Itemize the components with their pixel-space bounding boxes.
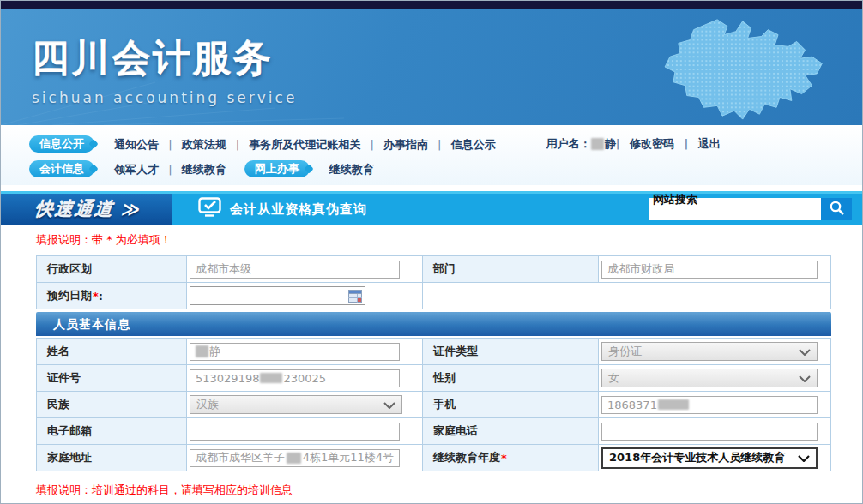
qualification-check-link[interactable]: 会计从业资格真伪查询 xyxy=(198,197,367,221)
username-visible: 静 xyxy=(605,136,616,152)
site-logo: 四川会计服务 sichuan accounting service xyxy=(32,33,297,106)
region-field-cell: 成都市本级 xyxy=(187,256,423,283)
gender-label: 性别 xyxy=(423,365,599,392)
appointment-date-input[interactable] xyxy=(190,286,365,305)
mobile-label: 手机 xyxy=(423,392,599,418)
department-field-cell: 成都市财政局 xyxy=(599,256,831,283)
nav-link[interactable]: 继续教育 xyxy=(329,163,374,176)
section-header-basic-info: 人员基本信息 xyxy=(36,312,831,336)
region-input: 成都市本级 xyxy=(190,261,400,279)
search-input[interactable]: 网站搜索 xyxy=(649,198,821,220)
ethnicity-select: 汉族 xyxy=(190,395,402,414)
page: 四川会计服务 sichuan accounting service 信息公开 通… xyxy=(0,0,863,504)
nav-links-row2a: 领军人才 | 继续教育 xyxy=(108,160,232,177)
nav-links-row1: 通知公告 | 政策法规 | 事务所及代理记账相关 | 办事指南 | 信息公示 xyxy=(108,135,502,153)
home-phone-input[interactable] xyxy=(601,423,818,441)
username-redacted xyxy=(591,138,604,150)
user-action-link[interactable]: 修改密码 xyxy=(630,137,674,150)
user-actions: | 修改密码 | 退出 xyxy=(616,136,727,152)
nav-row-2: 会计信息 领军人才 | 继续教育 网上办事 继续教育 xyxy=(29,159,862,178)
nav-row-1: 信息公开 通知公告 | 政策法规 | 事务所及代理记账相关 | 办事指南 | 信… xyxy=(29,135,862,153)
nav-links-row2b: 继续教育 xyxy=(323,160,380,177)
nav-badge-online-services[interactable]: 网上办事 xyxy=(244,160,310,177)
gap-bar xyxy=(1,185,862,191)
ce-year-label: 继续教育年度* xyxy=(423,445,599,471)
search-input-text: 网站搜索 xyxy=(653,192,697,207)
name-input: 静 xyxy=(190,343,400,361)
site-header: 四川会计服务 sichuan accounting service xyxy=(1,9,862,125)
top-dark-strip xyxy=(1,1,862,9)
monitor-check-icon xyxy=(198,197,221,221)
user-info: 用户名：静 | 修改密码 | 退出 xyxy=(546,136,727,152)
chevron-down-icon xyxy=(383,399,395,411)
quick-channel-block: 快速通道 ≫ xyxy=(1,194,172,225)
name-redacted xyxy=(196,345,208,357)
id-type-select: 身份证 xyxy=(601,342,818,361)
chevron-down-icon xyxy=(799,345,811,358)
id-number-label: 证件号 xyxy=(37,365,187,392)
bottom-fill-note: 填报说明：培训通过的科目，请填写相应的培训信息 xyxy=(36,482,854,499)
chevron-down-icon xyxy=(798,452,810,465)
nav-badge-info-disclosure[interactable]: 信息公开 xyxy=(29,135,94,153)
home-address-input: 成都市成华区羊子4栋1单元11楼4号 xyxy=(190,449,400,467)
separator: | xyxy=(165,163,176,176)
separator: | xyxy=(434,138,445,151)
form-content: 填报说明：带 * 为必填项！ 行政区划 成都市本级 部门 成都市财政局 预约日期… xyxy=(9,231,854,504)
home-phone-label: 家庭电话 xyxy=(423,418,599,445)
mobile-redacted xyxy=(658,399,689,410)
main-navigation: 信息公开 通知公告 | 政策法规 | 事务所及代理记账相关 | 办事指南 | 信… xyxy=(1,125,862,185)
id-type-label: 证件类型 xyxy=(423,339,599,365)
home-address-field-cell: 成都市成华区羊子4栋1单元11楼4号 xyxy=(187,445,423,471)
nav-link[interactable]: 事务所及代理记账相关 xyxy=(249,138,360,151)
qualification-check-label: 会计从业资格真伪查询 xyxy=(230,201,367,218)
id-number-field-cell: 513029198230025 xyxy=(187,365,423,392)
appointment-date-text[interactable] xyxy=(194,288,348,303)
separator: | xyxy=(366,138,377,151)
home-phone-field-cell xyxy=(599,418,831,445)
site-title: 四川会计服务 xyxy=(32,33,297,84)
nav-link[interactable]: 继续教育 xyxy=(182,163,226,176)
separator: | xyxy=(165,138,176,151)
appointment-date-label: 预约日期*: xyxy=(37,283,187,309)
nav-link[interactable]: 领军人才 xyxy=(114,163,159,176)
search-button[interactable] xyxy=(821,198,852,220)
username-label: 用户名： xyxy=(546,136,591,152)
separator: | xyxy=(232,138,244,151)
ce-year-select[interactable]: 2018年会计专业技术人员继续教育 xyxy=(601,447,818,469)
nav-badge-accounting-info[interactable]: 会计信息 xyxy=(29,160,94,177)
email-field-cell xyxy=(187,418,423,445)
appointment-date-field-cell xyxy=(187,283,423,309)
nav-link[interactable]: 通知公告 xyxy=(114,138,159,151)
appointment-table: 行政区划 成都市本级 部门 成都市财政局 预约日期*: xyxy=(36,255,831,309)
calendar-icon[interactable] xyxy=(348,290,362,306)
ethnicity-label: 民族 xyxy=(37,392,187,418)
top-fill-note: 填报说明：带 * 为必填项！ xyxy=(36,231,854,249)
empty-cell xyxy=(423,283,831,309)
site-subtitle: sichuan accounting service xyxy=(32,89,297,106)
separator: | xyxy=(616,137,624,150)
mobile-input: 1868371 xyxy=(601,396,818,414)
mobile-field-cell: 1868371 xyxy=(599,392,831,418)
home-address-label: 家庭地址 xyxy=(37,445,187,471)
magnifier-icon xyxy=(829,200,845,219)
nav-link[interactable]: 信息公示 xyxy=(451,138,496,151)
ce-year-field-cell: 2018年会计专业技术人员继续教育 xyxy=(599,445,831,471)
separator: | xyxy=(680,137,692,150)
quick-channel-title: 快速通道 xyxy=(33,197,115,221)
name-label: 姓名 xyxy=(37,339,187,365)
id-type-field-cell: 身份证 xyxy=(599,339,831,365)
user-action-link[interactable]: 退出 xyxy=(698,137,721,150)
ethnicity-field-cell: 汉族 xyxy=(187,392,423,418)
email-label: 电子邮箱 xyxy=(37,418,187,445)
nav-link[interactable]: 办事指南 xyxy=(383,138,428,151)
chevron-down-icon xyxy=(799,372,811,385)
email-input[interactable] xyxy=(190,423,400,441)
id-number-redacted xyxy=(260,373,282,383)
nav-link[interactable]: 政策法规 xyxy=(182,138,226,151)
sichuan-map-icon xyxy=(601,13,850,125)
address-redacted xyxy=(287,453,301,464)
id-number-input: 513029198230025 xyxy=(190,369,400,387)
quick-channel-bar: 快速通道 ≫ 会计从业资格真伪查询 网站搜索 xyxy=(1,191,862,225)
site-search: 网站搜索 xyxy=(649,198,852,220)
department-label: 部门 xyxy=(423,256,599,283)
